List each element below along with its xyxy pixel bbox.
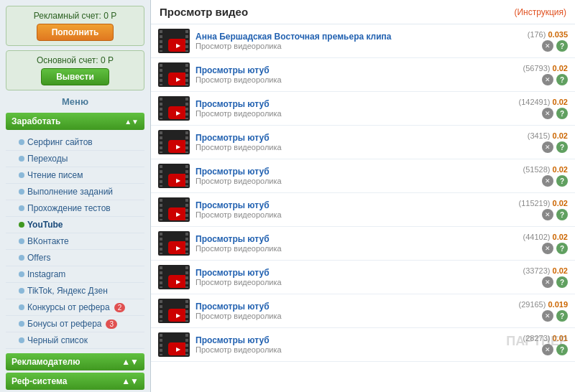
question-icon[interactable]: ? bbox=[556, 243, 568, 254]
task-info: Просмотры ютуб Просмотр видеоролика bbox=[196, 99, 512, 118]
dot-icon bbox=[19, 304, 24, 310]
advertiser-section[interactable]: Рекламодателю ▲▼ bbox=[6, 353, 144, 370]
task-icon bbox=[158, 197, 190, 222]
no-icon[interactable]: ✕ bbox=[542, 141, 553, 153]
replenish-button[interactable]: Пополнить bbox=[37, 24, 114, 41]
dot-icon bbox=[19, 139, 24, 145]
no-icon[interactable]: ✕ bbox=[542, 243, 553, 254]
no-icon[interactable]: ✕ bbox=[542, 310, 553, 322]
youtube-badge-icon bbox=[168, 241, 188, 254]
task-actions: ✕ ? bbox=[542, 40, 568, 52]
question-icon[interactable]: ? bbox=[556, 310, 568, 322]
task-subtitle: Просмотр видеоролика bbox=[196, 42, 522, 50]
sidebar-item-label: Конкурсы от рефера bbox=[27, 302, 110, 312]
question-icon[interactable]: ? bbox=[556, 209, 568, 220]
sidebar-item-surfing[interactable]: Серфинг сайтов bbox=[6, 134, 144, 151]
sidebar-item-tiktok[interactable]: TikTok, Яндекс Дзен bbox=[6, 283, 144, 299]
sidebar-item-vk[interactable]: ВКонтакте bbox=[6, 233, 144, 250]
task-icon bbox=[158, 29, 190, 53]
film-strip-icon bbox=[158, 197, 190, 222]
ref-section[interactable]: Реф-система ▲▼ bbox=[6, 373, 144, 390]
film-strip-icon bbox=[158, 62, 190, 87]
sidebar-item-instagram[interactable]: Instagram bbox=[6, 266, 144, 283]
task-subtitle: Просмотр видеоролика bbox=[196, 75, 518, 84]
sidebar-item-label: Выполнение заданий bbox=[27, 187, 113, 197]
advertiser-arrows-icon: ▲▼ bbox=[121, 357, 139, 367]
task-title[interactable]: Просмотры ютуб bbox=[196, 200, 512, 210]
question-icon[interactable]: ? bbox=[556, 108, 568, 119]
sidebar-item-bonuses[interactable]: Бонусы от рефера 3 bbox=[6, 316, 144, 332]
task-row: Просмотры ютуб Просмотр видеоролика (341… bbox=[151, 126, 575, 159]
sidebar-item-visits[interactable]: Переходы bbox=[6, 151, 144, 167]
dot-icon bbox=[19, 172, 24, 178]
youtube-badge-icon bbox=[168, 342, 188, 355]
task-title[interactable]: Просмотры ютуб bbox=[196, 335, 518, 345]
task-right: (142491) 0.02 ✕ ? bbox=[518, 98, 568, 119]
sidebar-item-label: Черный список bbox=[27, 335, 88, 345]
film-strip-icon bbox=[158, 164, 190, 188]
sidebar-item-youtube[interactable]: YouTube bbox=[6, 217, 144, 233]
sidebar: Рекламный счет: 0 Р Пополнить Основной с… bbox=[0, 0, 151, 392]
ref-arrows-icon: ▲▼ bbox=[121, 376, 139, 386]
no-icon[interactable]: ✕ bbox=[542, 40, 553, 52]
dot-icon bbox=[19, 189, 24, 195]
film-strip-icon bbox=[158, 96, 190, 121]
task-title[interactable]: Просмотры ютуб bbox=[196, 234, 518, 244]
task-count: (44102) 0.02 bbox=[523, 233, 568, 241]
question-icon[interactable]: ? bbox=[556, 141, 568, 153]
task-actions: ✕ ? bbox=[542, 209, 568, 220]
main-account-label: Основной счет: 0 Р bbox=[12, 55, 138, 65]
task-right: (56793) 0.02 ✕ ? bbox=[523, 64, 568, 85]
task-count: (142491) 0.02 bbox=[518, 98, 568, 106]
no-icon[interactable]: ✕ bbox=[542, 276, 553, 288]
film-strip-icon bbox=[158, 299, 190, 323]
task-title[interactable]: Анна Бершадская Восточная премьера клипа bbox=[196, 32, 522, 42]
sidebar-item-label: Чтение писем bbox=[27, 170, 83, 180]
sidebar-item-offers[interactable]: Offers bbox=[6, 250, 144, 266]
ad-account-label: Рекламный счет: 0 Р bbox=[12, 11, 138, 21]
question-icon[interactable]: ? bbox=[556, 74, 568, 85]
withdraw-button[interactable]: Вывести bbox=[41, 68, 109, 85]
dot-icon bbox=[19, 255, 24, 261]
task-title[interactable]: Просмотры ютуб bbox=[196, 268, 518, 278]
contests-badge: 2 bbox=[114, 303, 126, 312]
sidebar-item-tests[interactable]: Прохождение тестов bbox=[6, 200, 144, 217]
sidebar-item-blacklist[interactable]: Черный список bbox=[6, 332, 144, 349]
ref-label: Реф-система bbox=[12, 376, 67, 386]
dot-icon bbox=[19, 288, 24, 294]
sidebar-item-contests[interactable]: Конкурсы от рефера 2 bbox=[6, 299, 144, 316]
no-icon[interactable]: ✕ bbox=[542, 175, 553, 187]
earn-section-header[interactable]: Заработать ▲▼ bbox=[6, 113, 144, 130]
question-icon[interactable]: ? bbox=[556, 175, 568, 187]
task-title[interactable]: Просмотры ютуб bbox=[196, 167, 518, 177]
no-icon[interactable]: ✕ bbox=[542, 108, 553, 119]
task-count: (115219) 0.02 bbox=[518, 199, 568, 207]
task-subtitle: Просмотр видеоролика bbox=[196, 109, 512, 118]
task-right: (115219) 0.02 ✕ ? bbox=[518, 199, 568, 220]
question-icon[interactable]: ? bbox=[556, 276, 568, 288]
task-actions: ✕ ? bbox=[542, 276, 568, 288]
task-subtitle: Просмотр видеоролика bbox=[196, 345, 518, 354]
sidebar-item-tasks[interactable]: Выполнение заданий bbox=[6, 184, 144, 200]
task-info: Просмотры ютуб Просмотр видеоролика bbox=[196, 200, 512, 219]
task-row: Просмотры ютуб Просмотр видеоролика (291… bbox=[151, 294, 575, 328]
task-icon bbox=[158, 96, 190, 121]
task-info: Просмотры ютуб Просмотр видеоролика bbox=[196, 234, 518, 253]
task-count: (51528) 0.02 bbox=[523, 165, 568, 174]
task-title[interactable]: Просмотры ютуб bbox=[196, 302, 512, 312]
dot-icon bbox=[19, 156, 24, 162]
instruction-link[interactable]: (Инструкция) bbox=[514, 7, 566, 17]
sidebar-item-reading[interactable]: Чтение писем bbox=[6, 167, 144, 184]
page-title: Просмотр видео bbox=[160, 6, 248, 18]
task-title[interactable]: Просмотры ютуб bbox=[196, 99, 512, 109]
no-icon[interactable]: ✕ bbox=[542, 74, 553, 85]
task-title[interactable]: Просмотры ютуб bbox=[196, 65, 518, 75]
no-icon[interactable]: ✕ bbox=[542, 209, 553, 220]
partner-watermark: ПАРТНЕР bbox=[506, 334, 568, 349]
film-strip-icon bbox=[158, 332, 190, 357]
task-row: Просмотры ютуб Просмотр видеоролика (337… bbox=[151, 261, 575, 294]
task-row: Просмотры ютуб Просмотр видеоролика (115… bbox=[151, 193, 575, 227]
task-title[interactable]: Просмотры ютуб bbox=[196, 133, 522, 143]
task-icon bbox=[158, 332, 190, 357]
question-icon[interactable]: ? bbox=[556, 40, 568, 52]
